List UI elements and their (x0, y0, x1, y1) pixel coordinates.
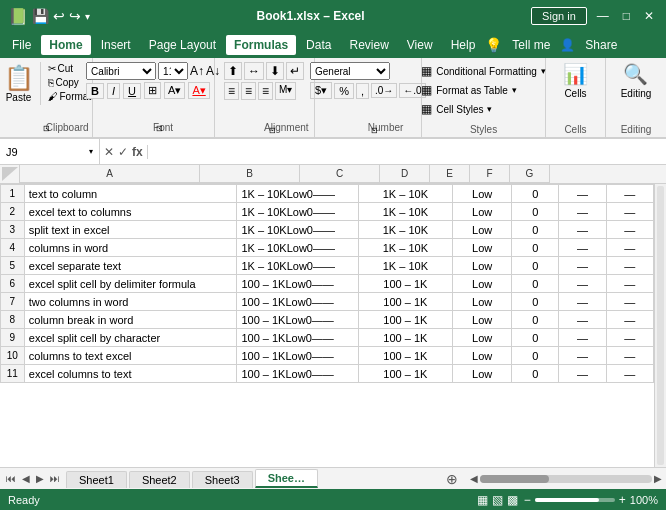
sheet-tab-Sheet3[interactable]: Sheet3 (192, 471, 253, 488)
cell-d5[interactable]: Low (453, 257, 512, 275)
scroll-right-icon[interactable]: ▶ (654, 473, 662, 484)
cell-g4[interactable]: — (606, 239, 653, 257)
cell-c10[interactable]: 100 – 1K (358, 347, 453, 365)
normal-view-icon[interactable]: ▦ (477, 493, 488, 507)
row-header-5[interactable]: 5 (1, 257, 25, 275)
cell-b4[interactable]: 1K – 10KLow0—— (237, 239, 358, 257)
cell-a1[interactable]: text to column (24, 185, 237, 203)
number-format-select[interactable]: General (310, 62, 390, 80)
cell-e5[interactable]: 0 (512, 257, 559, 275)
cell-b5[interactable]: 1K – 10KLow0—— (237, 257, 358, 275)
cell-g10[interactable]: — (606, 347, 653, 365)
cell-e2[interactable]: 0 (512, 203, 559, 221)
add-sheet-button[interactable]: ⊕ (438, 469, 466, 489)
italic-button[interactable]: I (107, 83, 120, 99)
alignment-expand-icon[interactable]: ⊡ (269, 126, 276, 135)
font-size-select[interactable]: 11 (158, 62, 188, 80)
format-table-dropdown[interactable]: ▾ (512, 85, 517, 95)
cell-g1[interactable]: — (606, 185, 653, 203)
cell-f11[interactable]: — (559, 365, 606, 383)
minimize-button[interactable]: — (593, 9, 613, 23)
cell-styles-dropdown[interactable]: ▾ (487, 104, 492, 114)
col-header-a[interactable]: A (20, 165, 200, 183)
cell-d9[interactable]: Low (453, 329, 512, 347)
menu-review[interactable]: Review (341, 35, 396, 55)
align-top-icon[interactable]: ⬆ (224, 62, 242, 80)
cell-e11[interactable]: 0 (512, 365, 559, 383)
cell-a2[interactable]: excel text to columns (24, 203, 237, 221)
cell-c8[interactable]: 100 – 1K (358, 311, 453, 329)
menu-data[interactable]: Data (298, 35, 339, 55)
page-break-icon[interactable]: ▩ (507, 493, 518, 507)
col-header-f[interactable]: F (470, 165, 510, 183)
align-middle-icon[interactable]: ↔ (244, 62, 264, 80)
row-header-2[interactable]: 2 (1, 203, 25, 221)
cell-c2[interactable]: 1K – 10K (358, 203, 453, 221)
align-center-icon[interactable]: ≡ (241, 82, 256, 100)
bold-button[interactable]: B (86, 83, 104, 99)
font-family-select[interactable]: Calibri (86, 62, 156, 80)
number-expand-icon[interactable]: ⊡ (371, 126, 378, 135)
align-left-icon[interactable]: ≡ (224, 82, 239, 100)
menu-file[interactable]: File (4, 35, 39, 55)
zoom-in-icon[interactable]: + (619, 493, 626, 507)
cell-f1[interactable]: — (559, 185, 606, 203)
menu-view[interactable]: View (399, 35, 441, 55)
cell-f2[interactable]: — (559, 203, 606, 221)
cell-styles-button[interactable]: ▦ Cell Styles ▾ (415, 100, 552, 118)
sheet-tab-Sheet1[interactable]: Sheet1 (66, 471, 127, 488)
cell-c3[interactable]: 1K – 10K (358, 221, 453, 239)
row-header-9[interactable]: 9 (1, 329, 25, 347)
menu-home[interactable]: Home (41, 35, 90, 55)
cell-a11[interactable]: excel columns to text (24, 365, 237, 383)
cell-f10[interactable]: — (559, 347, 606, 365)
cell-b1[interactable]: 1K – 10KLow0—— (237, 185, 358, 203)
menu-formulas[interactable]: Formulas (226, 35, 296, 55)
row-header-6[interactable]: 6 (1, 275, 25, 293)
cell-g8[interactable]: — (606, 311, 653, 329)
cell-c11[interactable]: 100 – 1K (358, 365, 453, 383)
sheet-tab-Shee[interactable]: Shee… (255, 469, 318, 488)
tab-next-icon[interactable]: ▶ (34, 472, 46, 485)
col-header-d[interactable]: D (380, 165, 430, 183)
col-header-c[interactable]: C (300, 165, 380, 183)
cell-d11[interactable]: Low (453, 365, 512, 383)
menu-share[interactable]: Share (577, 35, 625, 55)
row-header-8[interactable]: 8 (1, 311, 25, 329)
cell-f6[interactable]: — (559, 275, 606, 293)
name-box-dropdown-icon[interactable]: ▾ (89, 147, 93, 156)
align-right-icon[interactable]: ≡ (258, 82, 273, 100)
cell-g11[interactable]: — (606, 365, 653, 383)
name-box[interactable]: J9 ▾ (0, 139, 100, 164)
cell-d4[interactable]: Low (453, 239, 512, 257)
menu-insert[interactable]: Insert (93, 35, 139, 55)
cell-e8[interactable]: 0 (512, 311, 559, 329)
cell-f3[interactable]: — (559, 221, 606, 239)
cell-a8[interactable]: column break in word (24, 311, 237, 329)
cell-d2[interactable]: Low (453, 203, 512, 221)
cell-f7[interactable]: — (559, 293, 606, 311)
increase-decimal-icon[interactable]: .0→ (371, 83, 397, 98)
col-header-g[interactable]: G (510, 165, 550, 183)
horizontal-scrollbar[interactable] (480, 475, 652, 483)
cell-b7[interactable]: 100 – 1KLow0—— (237, 293, 358, 311)
cell-g7[interactable]: — (606, 293, 653, 311)
cell-c7[interactable]: 100 – 1K (358, 293, 453, 311)
cell-e6[interactable]: 0 (512, 275, 559, 293)
conditional-formatting-button[interactable]: ▦ Conditional Formatting ▾ (415, 62, 552, 80)
cell-c1[interactable]: 1K – 10K (358, 185, 453, 203)
tab-prev-icon[interactable]: ◀ (20, 472, 32, 485)
scroll-left-icon[interactable]: ◀ (470, 473, 478, 484)
menu-help[interactable]: Help (443, 35, 484, 55)
select-all-icon[interactable] (0, 165, 20, 183)
insert-function-icon[interactable]: fx (132, 145, 143, 159)
confirm-formula-icon[interactable]: ✓ (118, 145, 128, 159)
row-header-11[interactable]: 11 (1, 365, 25, 383)
cell-d8[interactable]: Low (453, 311, 512, 329)
cell-f8[interactable]: — (559, 311, 606, 329)
cell-d3[interactable]: Low (453, 221, 512, 239)
tab-next-next-icon[interactable]: ⏭ (48, 472, 62, 485)
undo-icon[interactable]: ↩ (53, 8, 65, 24)
page-layout-icon[interactable]: ▧ (492, 493, 503, 507)
cell-e7[interactable]: 0 (512, 293, 559, 311)
